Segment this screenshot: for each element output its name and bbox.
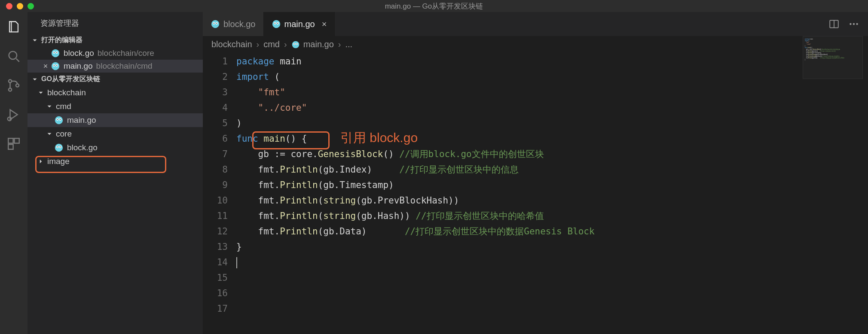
go-file-icon — [54, 115, 64, 125]
go-file-icon — [54, 143, 64, 152]
svg-point-3 — [9, 88, 12, 91]
split-editor-icon[interactable] — [828, 18, 840, 30]
svg-point-34 — [216, 23, 217, 24]
open-editor-filepath: blockchain/core — [98, 49, 154, 58]
svg-point-30 — [211, 20, 219, 28]
close-tab-button[interactable]: × — [322, 19, 327, 29]
open-editor-main-go[interactable]: × main.go blockchain/cmd — [28, 60, 203, 73]
close-editor-button[interactable]: × — [40, 62, 51, 71]
svg-point-35 — [272, 20, 280, 28]
open-editors-label: 打开的编辑器 — [41, 36, 83, 45]
code-editor[interactable]: 1234567891011121314151617 package mainim… — [203, 53, 868, 334]
explorer-sidebar: 资源管理器 打开的编辑器 block.go blockchain/core × … — [28, 12, 203, 334]
minimize-window-button[interactable] — [17, 3, 23, 9]
go-file-icon — [51, 49, 60, 58]
breadcrumb-seg[interactable]: main.go — [303, 39, 334, 49]
annotation-highlight-core — [252, 131, 330, 149]
maximize-window-button[interactable] — [28, 3, 34, 9]
svg-point-13 — [54, 52, 55, 53]
breadcrumbs[interactable]: blockchain › cmd › main.go › ... — [203, 36, 868, 53]
breadcrumb-seg[interactable]: ... — [345, 39, 352, 49]
svg-point-14 — [56, 52, 57, 53]
search-icon[interactable] — [6, 49, 21, 64]
svg-point-38 — [274, 23, 275, 24]
breadcrumb-sep: › — [336, 39, 344, 49]
breadcrumb-sep: › — [254, 39, 262, 49]
code-content[interactable]: package mainimport ( "fmt" "../core")fun… — [236, 53, 868, 334]
more-icon[interactable] — [848, 18, 859, 30]
svg-point-4 — [16, 84, 19, 87]
annotation-highlight-sidebar — [35, 156, 166, 173]
svg-point-23 — [57, 119, 58, 120]
window-title: main.go — Go从零开发区块链 — [0, 1, 868, 11]
svg-point-0 — [9, 52, 17, 59]
open-editor-block-go[interactable]: block.go blockchain/core — [28, 47, 203, 60]
svg-rect-8 — [14, 138, 19, 143]
svg-point-45 — [292, 41, 299, 48]
svg-point-48 — [294, 43, 295, 44]
svg-point-39 — [277, 23, 278, 24]
svg-point-42 — [850, 23, 851, 25]
svg-point-2 — [9, 80, 12, 83]
close-window-button[interactable] — [6, 3, 12, 9]
debug-icon[interactable] — [6, 107, 21, 122]
go-file-icon — [272, 19, 281, 29]
file-main-go[interactable]: main.go — [28, 113, 203, 127]
folder-blockchain[interactable]: blockchain — [28, 86, 203, 100]
folder-cmd[interactable]: cmd — [28, 100, 203, 113]
editor-area: block.go main.go × blockchain › cmd › — [203, 12, 868, 334]
svg-point-18 — [54, 65, 55, 66]
editor-actions — [828, 12, 868, 36]
svg-point-10 — [52, 49, 59, 57]
svg-point-24 — [60, 119, 61, 120]
minimap[interactable]: package mainimport ( "fmt" "../core")fun… — [803, 36, 863, 79]
svg-rect-7 — [8, 138, 13, 143]
svg-point-29 — [60, 146, 61, 147]
window-controls — [0, 3, 34, 9]
line-number-gutter: 1234567891011121314151617 — [203, 53, 236, 334]
explorer-title: 资源管理器 — [28, 12, 203, 33]
svg-point-43 — [853, 23, 855, 25]
files-icon[interactable] — [6, 20, 21, 34]
file-block-go[interactable]: block.go — [28, 141, 203, 155]
svg-rect-9 — [8, 144, 13, 149]
activity-bar — [0, 12, 28, 334]
svg-point-28 — [57, 146, 58, 147]
title-bar: main.go — Go从零开发区块链 — [0, 0, 868, 12]
source-control-icon[interactable] — [6, 78, 21, 93]
workspace-section[interactable]: GO从零开发区块链 — [28, 73, 203, 86]
extensions-icon[interactable] — [6, 137, 21, 151]
workspace-label: GO从零开发区块链 — [41, 75, 100, 84]
svg-line-1 — [16, 59, 19, 62]
svg-point-49 — [296, 43, 297, 44]
go-file-icon — [211, 19, 220, 29]
breadcrumb-sep: › — [281, 39, 290, 49]
open-editor-filepath: blockchain/cmd — [96, 61, 153, 71]
tab-bar: block.go main.go × — [203, 12, 868, 36]
tab-block-go[interactable]: block.go — [203, 12, 264, 36]
tab-label: main.go — [284, 19, 315, 29]
svg-point-19 — [56, 65, 57, 66]
breadcrumb-seg[interactable]: blockchain — [211, 39, 252, 49]
svg-point-20 — [55, 116, 63, 124]
svg-point-15 — [52, 62, 59, 70]
svg-point-44 — [856, 23, 858, 25]
go-file-icon — [51, 61, 60, 71]
breadcrumb-seg[interactable]: cmd — [263, 39, 280, 49]
open-editor-filename: main.go — [64, 61, 93, 71]
folder-core[interactable]: core — [28, 127, 203, 141]
open-editors-section[interactable]: 打开的编辑器 — [28, 33, 203, 47]
svg-point-25 — [55, 144, 63, 152]
go-file-icon — [291, 40, 300, 49]
svg-point-33 — [214, 23, 214, 24]
tab-label: block.go — [223, 19, 256, 29]
tab-main-go[interactable]: main.go × — [264, 12, 335, 36]
open-editor-filename: block.go — [64, 49, 94, 58]
